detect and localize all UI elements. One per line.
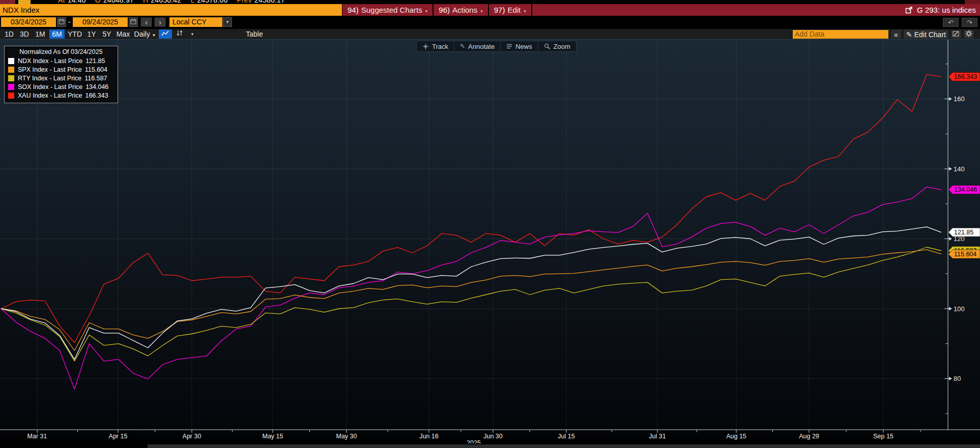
page-label-area: G 293: us indices <box>903 4 980 16</box>
spx-color-swatch <box>8 67 14 73</box>
undo-button[interactable]: ↶ <box>943 18 959 27</box>
x-tick-label: Sep 15 <box>873 433 893 440</box>
legend-label: RTY Index - Last Price <box>18 75 81 82</box>
currency-dropdown-icon[interactable]: ▾ <box>223 17 232 27</box>
menu-number: 94) <box>348 6 359 14</box>
tab-period-6m[interactable]: 6M <box>49 29 65 39</box>
news-list-icon <box>506 43 512 49</box>
chart-toolbar: 1D 3D 1M 6M YTD 1Y 5Y Max Daily ▼ ▾ Tabl… <box>0 29 980 40</box>
legend-item-ndx[interactable]: NDX Index - Last Price121.85 <box>8 56 114 65</box>
gear-icon <box>965 30 972 37</box>
legend-item-spx[interactable]: SPX Index - Last Price115.604 <box>8 65 114 74</box>
legend-value: 166.343 <box>85 92 108 99</box>
edit-chart-button[interactable]: ✎ Edit Chart <box>903 29 949 39</box>
series-line-xau <box>1 74 941 342</box>
tab-period-1m[interactable]: 1M <box>33 29 48 39</box>
menu-strip-filler <box>532 4 903 16</box>
frequency-label: Daily <box>134 30 150 38</box>
y-tick-label: 140 <box>954 165 965 173</box>
tab-period-max[interactable]: Max <box>115 29 131 39</box>
quote-value: 24650.42 <box>151 0 181 4</box>
table-button[interactable]: Table <box>243 29 266 39</box>
collapse-panel-button[interactable]: « <box>890 29 902 39</box>
export-icon[interactable] <box>905 6 913 14</box>
legend-title: Normalized As Of 03/24/2025 <box>8 48 114 55</box>
tab-period-1d[interactable]: 1D <box>2 29 16 39</box>
legend-item-xau[interactable]: XAU Index - Last Price166.343 <box>8 91 114 100</box>
date-bar: 03/24/2025 - 09/24/2025 ‹ › Local CCY ▾ … <box>0 16 980 29</box>
chart-tools-bar: Track ✎ Annotate News Zoom <box>416 41 577 52</box>
redo-button[interactable]: ↷ <box>962 18 977 27</box>
magnifier-icon <box>544 43 551 50</box>
series-line-spx <box>1 250 941 351</box>
chart-type-dropdown-icon[interactable]: ▾ <box>187 29 197 39</box>
x-tick-label: Jun 16 <box>419 433 439 440</box>
settings-button[interactable] <box>963 29 974 39</box>
calendar-icon[interactable] <box>57 17 66 27</box>
frequency-select[interactable]: Daily ▼ <box>132 29 158 39</box>
tab-period-3d[interactable]: 3D <box>17 29 32 39</box>
page-label: G 293: us indices <box>917 4 976 16</box>
price-flag-value: 134.046 <box>954 186 977 193</box>
ticker-input[interactable]: NDX Index <box>0 4 342 16</box>
currency-select[interactable]: Local CCY <box>169 17 222 27</box>
bloomberg-terminal-chart-window: At14:40 O24648.97 H24650.42 L24578.06 Pr… <box>0 0 980 448</box>
tab-period-1y[interactable]: 1Y <box>84 29 99 39</box>
quote-label: H <box>143 0 148 4</box>
chart-annotate-button[interactable] <box>950 29 962 39</box>
add-data-input[interactable]: Add Data <box>793 30 888 39</box>
chevron-down-icon: ▾ <box>480 9 483 14</box>
quote-label: L <box>190 0 194 4</box>
prev-period-button[interactable]: ‹ <box>140 17 152 27</box>
zoom-tool[interactable]: Zoom <box>538 42 576 51</box>
edit-chart-label: Edit Chart <box>914 31 946 39</box>
tab-period-5y[interactable]: 5Y <box>100 29 114 39</box>
ndx-color-swatch <box>8 58 14 64</box>
x-tick-label: Jul 15 <box>558 433 574 440</box>
news-label: News <box>515 43 532 50</box>
legend-label: XAU Index - Last Price <box>18 92 82 99</box>
chart-edit-icon <box>953 31 960 37</box>
legend-value: 134.046 <box>85 83 108 91</box>
pencil-icon: ✎ <box>906 31 912 39</box>
start-date-field[interactable]: 03/24/2025 <box>1 17 56 27</box>
menu-edit[interactable]: 97)Edit▾ <box>489 4 531 16</box>
track-tool[interactable]: Track <box>417 42 454 51</box>
price-flag-value: 166.343 <box>954 73 977 80</box>
quote-value: 24648.97 <box>103 0 134 4</box>
y-tick-arrow <box>949 167 952 171</box>
price-flag-value: 121.85 <box>954 229 973 236</box>
calendar-icon[interactable] <box>129 17 138 27</box>
x-tick-label: Jul 31 <box>649 433 666 440</box>
menu-number: 96) <box>439 6 450 14</box>
quote-label: At <box>58 0 65 4</box>
tab-period-ytd[interactable]: YTD <box>66 29 83 39</box>
menu-actions[interactable]: 96)Actions▾ <box>434 4 487 16</box>
menu-suggested-charts[interactable]: 94)Suggested Charts▾ <box>342 4 433 16</box>
line-chart-type-button[interactable] <box>159 29 172 39</box>
legend-value: 121.85 <box>85 57 105 65</box>
legend-item-rty[interactable]: RTY Index - Last Price116.587 <box>8 74 114 82</box>
menu-label: Edit <box>507 6 521 14</box>
legend-value: 115.604 <box>85 66 107 73</box>
x-tick-label: Apr 15 <box>109 433 128 440</box>
menu-number: 97) <box>494 6 505 14</box>
y-tick-arrow <box>949 237 952 241</box>
annotate-tool[interactable]: ✎ Annotate <box>454 42 500 51</box>
track-label: Track <box>432 43 448 50</box>
legend-item-sox[interactable]: SOX Index - Last Price134.046 <box>8 82 114 91</box>
next-period-button[interactable]: › <box>154 17 166 27</box>
x-tick-label: Aug 15 <box>726 433 746 440</box>
chart-area: 80100120140160Mar 31Apr 15Apr 30May 15Ma… <box>0 40 980 443</box>
price-chart[interactable]: 80100120140160Mar 31Apr 15Apr 30May 15Ma… <box>0 40 980 443</box>
y-tick-arrow <box>949 97 952 101</box>
axis-sort-button[interactable] <box>174 29 185 39</box>
menu-label: Suggested Charts <box>361 6 422 14</box>
annotate-label: Annotate <box>468 43 495 50</box>
news-tool[interactable]: News <box>500 42 538 51</box>
quote-strip: At14:40 O24648.97 H24650.42 L24578.06 Pr… <box>0 0 980 4</box>
quote-label: Prev <box>237 0 252 4</box>
quote-value: 24580.17 <box>254 0 285 4</box>
end-date-field[interactable]: 09/24/2025 <box>73 17 128 27</box>
title-bar: NDX Index 94)Suggested Charts▾ 96)Action… <box>0 4 980 16</box>
